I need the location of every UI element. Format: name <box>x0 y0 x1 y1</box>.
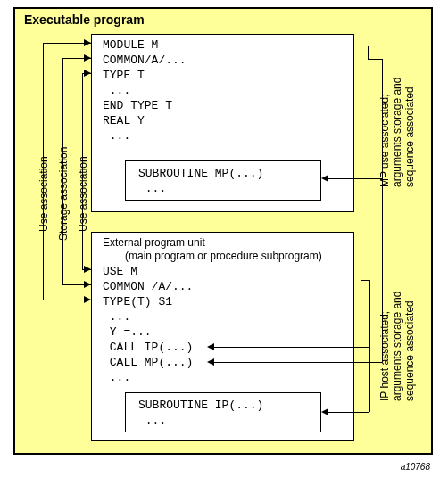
mp-right-label: MP use associated; arguments storage and… <box>378 78 416 187</box>
ip-branch-to-box <box>328 412 369 413</box>
ip-branch-to-call <box>214 347 369 348</box>
use-association-label-2: Use association <box>77 156 89 232</box>
conn-a-bot-arrow <box>84 296 91 303</box>
ip-trunk <box>369 280 370 412</box>
external-code: USE M COMMON /A/... TYPE(T) S1 ... Y =..… <box>103 264 193 385</box>
conn-b-vert <box>62 58 63 284</box>
ip-branch-to-box-arrow <box>321 408 328 415</box>
conn-b-bot-arrow <box>84 281 91 288</box>
mp-branch-to-call-arrow <box>207 358 214 366</box>
ip-elbow-h <box>361 280 369 281</box>
storage-association-label: Storage association <box>57 147 70 241</box>
conn-c-vert <box>82 73 83 269</box>
conn-a-top-arrow <box>84 39 91 46</box>
conn-a-vert <box>43 43 44 300</box>
figure-id: a10768 <box>401 462 430 472</box>
mp-elbow-h <box>368 59 382 60</box>
mp-trunk <box>382 59 383 362</box>
subroutine-ip-code: SUBROUTINE IP(...) ... <box>138 398 263 428</box>
diagram-canvas: Executable program MODULE M COMMON/A/...… <box>0 0 448 477</box>
module-code: MODULE M COMMON/A/... TYPE T ... END TYP… <box>103 37 187 144</box>
mp-branch-to-box <box>328 178 382 179</box>
external-title: External program unit <box>103 236 205 249</box>
ip-elbow-v <box>361 267 361 280</box>
external-subtitle: (main program or procedure subprogram) <box>125 250 322 262</box>
mp-elbow-v <box>368 46 369 59</box>
ip-right-label: IP host associated; arguments storage an… <box>378 292 416 401</box>
ip-branch-to-call-arrow <box>207 343 214 350</box>
executable-program-title: Executable program <box>24 12 145 27</box>
conn-c-bot-arrow <box>84 266 91 273</box>
conn-c-top-arrow <box>84 70 91 77</box>
conn-b-top-arrow <box>84 54 91 62</box>
mp-branch-to-box-arrow <box>321 175 328 182</box>
subroutine-mp-code: SUBROUTINE MP(...) ... <box>138 166 263 196</box>
mp-branch-to-call <box>214 362 382 363</box>
use-association-label-1: Use association <box>37 156 50 232</box>
